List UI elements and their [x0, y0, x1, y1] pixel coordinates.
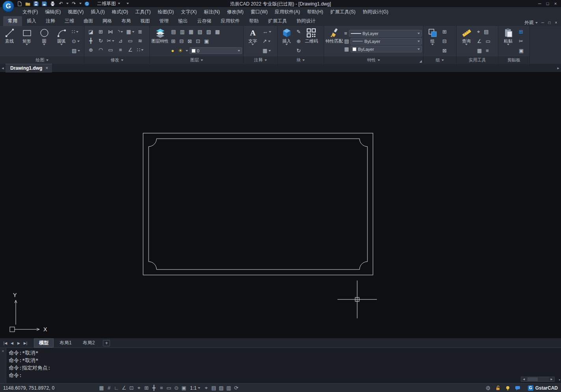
layer-match-button[interactable]: ▣ [203, 37, 210, 45]
command-more-icon[interactable]: ▾ [559, 378, 561, 382]
menu-tools[interactable]: 工具(T) [132, 7, 154, 17]
panel-label-properties[interactable]: 特性◢ [324, 56, 423, 64]
rectangle-button[interactable]: 矩形 [19, 27, 35, 56]
ribbon-tab-layout[interactable]: 布局 [117, 16, 136, 26]
scale-button[interactable]: ⊿ [118, 38, 123, 43]
area-button[interactable]: ▭ [485, 37, 492, 45]
chamfer-button[interactable]: ∠ [128, 47, 133, 52]
ribbon-tab-output[interactable]: 输出 [173, 16, 192, 26]
first-layout-icon[interactable]: |◀ [2, 341, 8, 345]
layer-state-6-button[interactable]: ▩ [214, 28, 221, 36]
align-button[interactable]: ∷ [137, 47, 143, 52]
dimension-button[interactable]: ↔ [261, 28, 272, 36]
tab-model[interactable]: 模型 [34, 338, 54, 347]
donut-tool-button[interactable]: ⊙ [71, 37, 81, 45]
scroll-left-icon[interactable]: ◀ [521, 377, 527, 381]
panel-label-group[interactable]: 组 [423, 56, 456, 64]
grid-toggle[interactable]: # [105, 385, 113, 392]
prev-layout-icon[interactable]: ◀ [9, 341, 15, 345]
lineweight-toggle[interactable]: ≡ [158, 385, 165, 392]
panel-label-utilities[interactable]: 实用工具 [457, 56, 498, 64]
maximize-button[interactable]: □ [544, 0, 552, 7]
tab-layout2[interactable]: 布局2 [78, 338, 100, 347]
menu-view[interactable]: 视图(V) [64, 7, 87, 17]
unlock-icon[interactable] [494, 385, 502, 392]
break-button[interactable]: ⊕ [89, 47, 93, 52]
block-base-point-button[interactable]: ⊕ [295, 37, 302, 45]
panel-label-modify[interactable]: 修改 [84, 56, 149, 64]
transparency-toggle[interactable]: ▭ [165, 385, 173, 392]
scroll-track[interactable] [527, 377, 549, 381]
doc-close-button[interactable]: × [553, 20, 559, 26]
move-button[interactable]: ╋ [89, 38, 93, 43]
layer-state-4-button[interactable]: ▧ [196, 28, 203, 36]
copy-button[interactable]: ⊞ [99, 29, 103, 34]
open-file-icon[interactable] [25, 1, 31, 6]
quick-select-button[interactable]: ▦ [476, 46, 483, 55]
new-file-icon[interactable] [17, 1, 22, 6]
workspace-switcher[interactable]: 二维草图 [97, 0, 120, 7]
isolate-objects-bulb-icon[interactable] [504, 385, 512, 392]
ribbon-tab-collaboration[interactable]: 协同设计 [292, 16, 320, 26]
line-button[interactable]: 直线 [1, 27, 18, 56]
ortho-toggle[interactable]: ∟ [113, 385, 120, 392]
stretch-button[interactable]: ▭ [128, 38, 132, 43]
close-button[interactable]: × [552, 0, 559, 7]
quick-properties-toggle[interactable]: ▥ [225, 385, 233, 392]
panel-label-annotate[interactable]: 注释 [244, 56, 277, 64]
doc-minimize-button[interactable]: ─ [539, 20, 546, 26]
ribbon-tab-surface[interactable]: 曲面 [79, 16, 98, 26]
menu-edit[interactable]: 编辑(E) [41, 7, 64, 17]
command-close-icon[interactable]: × [2, 349, 4, 353]
fillet-button[interactable]: ◝ [118, 29, 123, 34]
layer-state-3-button[interactable]: ▦ [188, 28, 195, 36]
join-button[interactable]: ◠ [99, 47, 103, 52]
menu-window[interactable]: 窗口(W) [247, 7, 271, 17]
ribbon-tab-apps[interactable]: 应用软件 [216, 16, 244, 26]
copy-with-base-button[interactable]: ▣ [518, 46, 525, 55]
menu-file[interactable]: 文件(F) [19, 7, 41, 17]
layer-unisolate-button[interactable]: ⊟ [178, 37, 185, 45]
polar-tracking-toggle[interactable]: ∠ [120, 385, 128, 392]
mirror-button[interactable]: ⋈ [108, 29, 113, 34]
menu-apps[interactable]: 应用软件(A) [271, 7, 304, 17]
command-history[interactable]: 命令:*取消* 命令:*取消* 命令:指定对角点: 命令: ◀ ▶ ▾ [6, 348, 561, 383]
menu-modify[interactable]: 修改(M) [224, 7, 247, 17]
save-icon[interactable] [33, 1, 39, 6]
layer-state-2-button[interactable]: ▥ [179, 28, 186, 36]
chevron-down-icon[interactable] [186, 50, 188, 52]
menu-text[interactable]: 文字(X) [177, 7, 200, 17]
lineweight-select[interactable]: ByLayer [349, 30, 422, 37]
ribbon-tab-help[interactable]: 帮助 [244, 16, 263, 26]
ungroup-button[interactable]: ⊞ [441, 28, 448, 36]
copy-clip-button[interactable]: ⊞ [518, 28, 525, 36]
hatch-tool-button[interactable]: ▨ [71, 46, 81, 55]
menu-express[interactable]: 扩展工具(S) [327, 7, 359, 17]
quick-calc-button[interactable]: ▤ [483, 28, 490, 36]
create-block-button[interactable]: ✎ [295, 28, 302, 36]
object-tracking-toggle[interactable]: ⊞ [143, 385, 150, 392]
distance-button[interactable]: ∠ [476, 37, 483, 45]
redo-dropdown-icon[interactable] [79, 3, 82, 4]
layer-state-1-button[interactable]: ▤ [170, 28, 177, 36]
offset-button[interactable]: ≣ [138, 29, 142, 34]
settings-gear-icon[interactable] [485, 385, 492, 392]
save-as-icon[interactable] [41, 1, 47, 6]
paste-button[interactable]: 粘贴 [499, 27, 517, 56]
circle-button[interactable]: 圆 [36, 27, 52, 56]
ribbon-tab-mesh[interactable]: 网格 [98, 16, 117, 26]
doc-tabs-next-icon[interactable]: ▸ [555, 66, 561, 70]
arc-button[interactable]: 圆弧 [53, 27, 70, 56]
qat-overflow-icon[interactable] [127, 3, 129, 4]
linetype-select[interactable]: ByLayer [350, 38, 422, 45]
isodraft-toggle[interactable]: ▨ [218, 385, 225, 392]
cut-clip-button[interactable]: ✂ [518, 37, 525, 45]
ribbon-tab-3d[interactable]: 三维 [60, 16, 79, 26]
layer-thaw-button[interactable]: ☀ [177, 46, 184, 55]
layer-on-off-button[interactable]: ● [170, 46, 175, 55]
drawing-canvas[interactable]: X Y [0, 72, 561, 338]
ribbon-tab-annotate[interactable]: 注释 [41, 16, 60, 26]
layer-select[interactable]: 0 [190, 47, 242, 54]
trim-button[interactable]: ✂ [107, 38, 114, 43]
snap-toggle[interactable]: ▦ [98, 385, 105, 392]
